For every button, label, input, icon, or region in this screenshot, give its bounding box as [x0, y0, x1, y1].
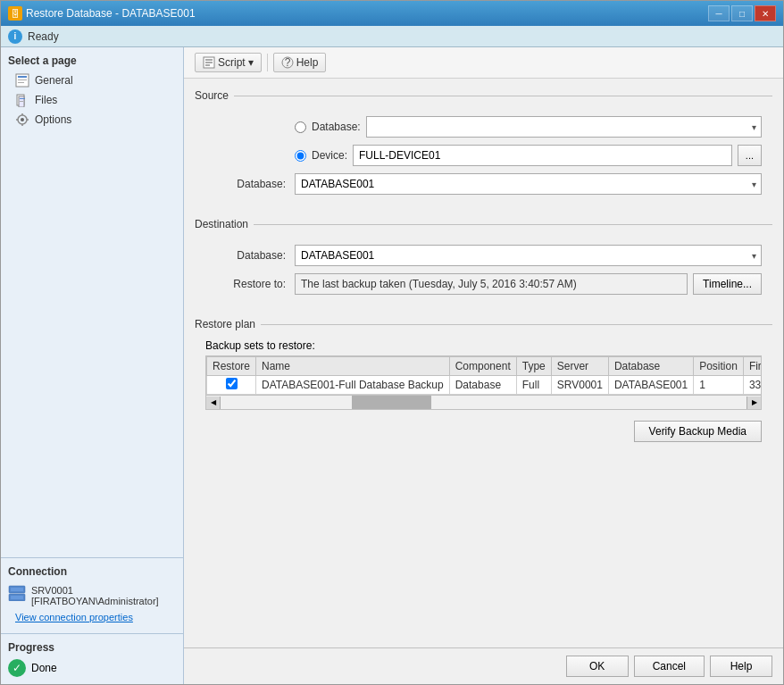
scroll-left-arrow[interactable]: ◀ [206, 397, 221, 409]
restore-plan-section: Restore plan Backup sets to restore: Res… [195, 318, 772, 446]
help-label: Help [296, 56, 319, 69]
row-server: SRV0001 [551, 376, 608, 395]
backup-sets-label: Backup sets to restore: [205, 339, 762, 352]
script-arrow: ▾ [248, 56, 254, 69]
dest-database-row: Database: DATABASE001 [205, 245, 762, 266]
source-db-row: Database: DATABASE001 [205, 173, 762, 195]
connection-user: [FIRATBOYAN\Administrator] [31, 596, 159, 606]
app-icon: 🗄 [8, 6, 22, 21]
verify-backup-button[interactable]: Verify Backup Media [634, 421, 762, 442]
source-database-row: Database: [205, 116, 762, 138]
col-database: Database [608, 357, 693, 376]
view-connection-link[interactable]: View connection properties [8, 608, 176, 626]
timeline-button[interactable]: Timeline... [693, 273, 762, 295]
scroll-track[interactable] [221, 396, 746, 409]
device-input[interactable] [353, 145, 732, 166]
restore-to-control: Timeline... [295, 273, 762, 295]
select-page-label: Select a page [1, 47, 183, 71]
col-restore: Restore [207, 357, 256, 376]
restore-checkbox-cell [207, 376, 256, 395]
title-bar: 🗄 Restore Database - DATABASE001 ─ □ ✕ [1, 1, 783, 26]
source-title: Source [195, 89, 234, 102]
source-db-radio-control: Database: [295, 116, 762, 138]
toolbar-separator [267, 54, 268, 71]
destination-section: Destination Database: DATABASE001 [195, 218, 772, 311]
row-type: Full [516, 376, 551, 395]
connection-server: SRV0001 [31, 585, 159, 596]
dest-db-select-wrapper: DATABASE001 [295, 245, 762, 266]
status-bar: i Ready [1, 26, 783, 47]
restore-checkbox[interactable] [226, 378, 238, 389]
destination-divider [254, 224, 772, 225]
progress-section: Progress ✓ Done [1, 633, 183, 684]
script-label: Script [218, 56, 246, 69]
source-db-label: Database: [205, 178, 295, 190]
svg-rect-1 [18, 76, 27, 78]
done-icon: ✓ [8, 659, 26, 677]
ok-button[interactable]: OK [566, 656, 629, 677]
bottom-help-button[interactable]: Help [710, 656, 772, 677]
source-database-select[interactable] [366, 116, 762, 138]
device-radio-label[interactable]: Device: [312, 149, 347, 162]
horizontal-scrollbar[interactable]: ◀ ▶ [205, 396, 762, 410]
dest-db-label: Database: [205, 249, 295, 262]
sidebar-item-files[interactable]: Files [1, 90, 183, 110]
device-radio[interactable] [295, 150, 306, 162]
restore-to-input[interactable] [295, 273, 688, 295]
close-button[interactable]: ✕ [755, 5, 776, 21]
svg-rect-15 [11, 588, 23, 591]
col-position: Position [694, 357, 744, 376]
title-buttons: ─ □ ✕ [708, 5, 776, 21]
svg-rect-3 [18, 82, 24, 83]
general-label: General [35, 74, 73, 87]
col-component: Component [449, 357, 516, 376]
script-icon [203, 56, 215, 69]
backup-table-container: Restore Name Component Type Server Datab… [205, 355, 762, 396]
col-type: Type [516, 357, 551, 376]
backup-table: Restore Name Component Type Server Datab… [206, 356, 762, 395]
help-icon: ? [281, 56, 294, 69]
script-button[interactable]: Script ▾ [195, 53, 262, 72]
table-row: DATABASE001-Full Database Backup Databas… [207, 376, 763, 395]
source-section: Source Database: [195, 89, 772, 211]
row-first-lsn: 33000 [743, 376, 762, 395]
database-radio-label[interactable]: Database: [312, 121, 361, 133]
minimize-button[interactable]: ─ [708, 5, 730, 21]
cancel-button[interactable]: Cancel [634, 656, 705, 677]
source-db-select[interactable]: DATABASE001 [295, 173, 762, 195]
window-title: Restore Database - DATABASE001 [26, 7, 196, 20]
svg-rect-7 [20, 101, 23, 102]
source-device-control: Device: ... [295, 145, 762, 166]
restore-plan-divider [261, 324, 772, 325]
database-radio[interactable] [295, 121, 306, 133]
help-button[interactable]: ? Help [273, 53, 327, 72]
general-icon [15, 73, 29, 88]
right-panel: Script ▾ ? Help Source [184, 47, 783, 684]
files-label: Files [35, 94, 57, 106]
scroll-right-arrow[interactable]: ▶ [746, 397, 761, 409]
progress-item: ✓ Done [8, 659, 176, 677]
sidebar-item-options[interactable]: Options [1, 110, 183, 129]
col-first-lsn: First LSN [743, 357, 762, 376]
browse-button[interactable]: ... [738, 145, 762, 166]
scroll-thumb[interactable] [352, 396, 430, 409]
row-database: DATABASE001 [608, 376, 693, 395]
col-server: Server [551, 357, 608, 376]
row-position: 1 [694, 376, 744, 395]
connection-item: SRV0001 [FIRATBOYAN\Administrator] [8, 583, 176, 608]
maximize-button[interactable]: □ [731, 5, 753, 21]
main-layout: Select a page General Files [1, 47, 783, 684]
status-icon: i [8, 29, 22, 44]
sidebar-item-general[interactable]: General [1, 71, 183, 90]
svg-rect-2 [18, 79, 27, 80]
toolbar: Script ▾ ? Help [184, 47, 783, 79]
connection-section: Connection SRV0001 [FIRATBOYAN\Administr… [1, 557, 183, 633]
dest-db-select[interactable]: DATABASE001 [295, 245, 762, 266]
destination-title: Destination [195, 218, 254, 230]
content-area: Source Database: [184, 79, 783, 647]
source-db-select-wrapper: DATABASE001 [295, 173, 762, 195]
bottom-bar: OK Cancel Help [184, 647, 783, 684]
source-device-row: Device: ... [205, 145, 762, 166]
svg-rect-17 [11, 596, 23, 599]
row-name: DATABASE001-Full Database Backup [256, 376, 450, 395]
